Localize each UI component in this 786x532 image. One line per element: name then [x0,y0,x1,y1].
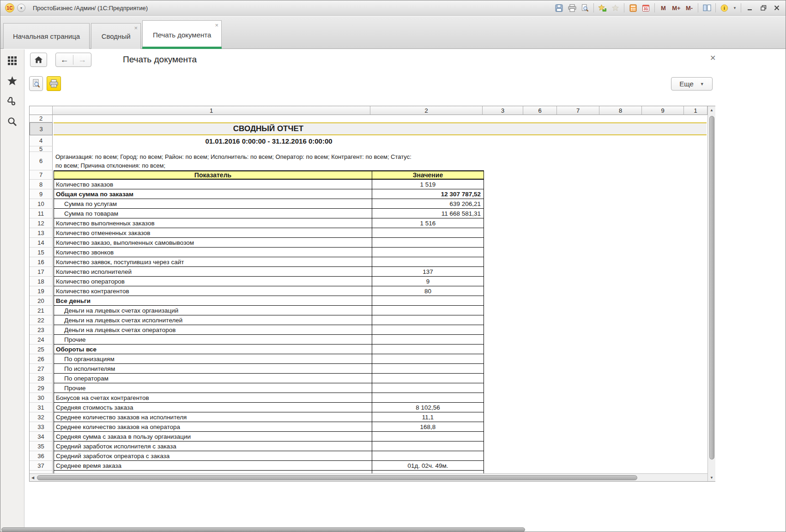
cell-label[interactable]: Сумма по товарам [54,209,372,218]
home-button[interactable] [30,53,47,67]
row-number[interactable]: 15 [30,248,53,257]
scroll-up-icon[interactable]: ▲ [710,106,713,114]
close-button[interactable] [771,3,783,13]
row-number[interactable]: 32 [30,412,53,422]
restore-button[interactable] [757,3,769,13]
print-icon[interactable] [566,2,578,13]
scroll-down-icon[interactable]: ▼ [710,474,713,481]
row-number[interactable]: 25 [30,345,53,354]
row-number[interactable]: 20 [30,296,53,306]
column-header-8[interactable]: 8 [599,106,642,115]
row-number[interactable]: 22 [30,315,53,325]
row-number[interactable]: 14 [30,238,53,248]
cell-label[interactable]: Деньги на лицевых счетах организаций [54,306,372,315]
cell-label[interactable]: Средний заработок исполнителя с заказа [54,441,372,451]
row-number[interactable]: 19 [30,286,53,296]
tab-2[interactable]: Сводный× [91,23,141,49]
cell-value[interactable] [372,306,484,315]
sheet-body[interactable]: 2 3 СВОДНЫЙ ОТЧЕТ 4 01.01.2016 0:00:00 -… [30,115,707,473]
row-number[interactable]: 17 [30,267,53,277]
row-number[interactable]: 30 [30,393,53,403]
row-number[interactable]: 27 [30,364,53,374]
row-number[interactable]: 21 [30,306,53,315]
cell-value[interactable]: 11 668 581,31 [372,209,484,218]
row-number[interactable]: 29 [30,383,53,393]
cell-label[interactable]: Количество выполненных заказов [54,218,372,228]
system-menu-button[interactable]: ▾ [17,4,25,12]
cell-label[interactable]: Обороты все [54,345,372,354]
row-number[interactable]: 23 [30,325,53,335]
print-button[interactable] [47,76,61,91]
tab-1[interactable]: Начальная страница [3,23,90,49]
column-header-9[interactable]: 9 [642,106,684,115]
tab-close-icon[interactable]: × [215,22,219,28]
cell-label[interactable]: Количество отмененных заказов [54,228,372,238]
cell-value[interactable]: 11,1 [372,412,484,422]
row-number[interactable]: 18 [30,277,53,286]
cell-label[interactable]: Бонусов на счетах контрагентов [54,393,372,403]
cell-label[interactable]: Среднее количество заказов на оператора [54,422,372,432]
menu-grid-icon[interactable] [7,55,18,66]
row-number[interactable]: 35 [30,441,53,451]
cell-label[interactable]: Все деньги [54,296,372,306]
info-icon[interactable]: i [719,2,730,13]
row-number[interactable]: 28 [30,374,53,383]
memory-m-minus-icon[interactable]: M- [683,2,695,13]
memory-m-plus-icon[interactable]: M+ [671,2,682,13]
save-icon[interactable] [553,2,565,13]
row-number[interactable]: 26 [30,354,53,364]
calculator-icon[interactable] [627,2,639,13]
row-number[interactable]: 5 [30,146,53,152]
cell-value[interactable]: 9 [372,277,484,286]
cell-value[interactable] [372,335,484,345]
cell-label[interactable]: Количество заказо, выполненных самовывоз… [54,238,372,248]
row-number-current[interactable]: 3 [30,122,53,135]
chevron-down-icon[interactable]: ▾ [732,2,738,13]
row-number[interactable]: 10 [30,199,53,209]
cell-label[interactable]: По исполнителям [54,364,372,374]
print-preview-button[interactable] [29,76,43,91]
print-preview-icon[interactable] [579,2,591,13]
cell-value[interactable] [372,451,484,461]
column-header-2[interactable]: 2 [370,106,483,115]
horizontal-scrollbar-thumb[interactable] [37,475,637,480]
row-number[interactable]: 12 [30,218,53,228]
cell-value[interactable]: 01д. 02ч. 49м. [372,461,484,471]
cell-label[interactable]: Среднее время заказа [54,461,372,471]
row-number[interactable]: 2 [30,115,53,122]
cell-value[interactable]: 80 [372,286,484,296]
vertical-scrollbar-thumb[interactable] [709,116,714,459]
cell-label[interactable]: Общая сумма по заказам [54,189,372,199]
cell-value[interactable]: 8 102,56 [372,403,484,412]
cell-value[interactable] [372,364,484,374]
cell-value[interactable]: 1 519 [372,180,484,189]
row-number[interactable]: 11 [30,209,53,218]
history-icon[interactable] [7,96,18,107]
cell-label[interactable]: Средняя сумма с заказа в пользу организа… [54,432,372,441]
cell-value[interactable] [372,374,484,383]
row-number[interactable]: 6 [30,152,53,170]
cell-label[interactable]: Деньги на лицевых счетах операторов [54,325,372,335]
memory-m-icon[interactable]: M [658,2,669,13]
row-number[interactable]: 33 [30,422,53,432]
panel-close-icon[interactable]: ✕ [710,54,716,62]
cell-label[interactable]: По операторам [54,374,372,383]
column-header-3[interactable]: 3 [483,106,523,115]
row-number[interactable]: 37 [30,461,53,471]
cell-value[interactable] [372,354,484,364]
cell-label[interactable]: Количество операторов [54,277,372,286]
tab-3[interactable]: Печать документа× [142,20,222,49]
row-number[interactable]: 24 [30,335,53,345]
cell-value[interactable] [372,257,484,267]
cell-label[interactable]: Среднее количество заказов на исполнител… [54,412,372,422]
cell-label[interactable]: Сумма по услугам [54,199,372,209]
minimize-button[interactable] [744,3,756,13]
cell-label[interactable]: Деньги на лицевых счетах исполнителей [54,315,372,325]
scroll-left-icon[interactable]: ◀ [30,476,36,480]
cell-value[interactable] [372,248,484,257]
row-number[interactable]: 4 [30,135,53,146]
cell-value[interactable] [372,315,484,325]
column-header-6[interactable]: 6 [523,106,557,115]
column-header-corner[interactable] [30,106,53,115]
column-header-1[interactable]: 1 [53,106,370,115]
